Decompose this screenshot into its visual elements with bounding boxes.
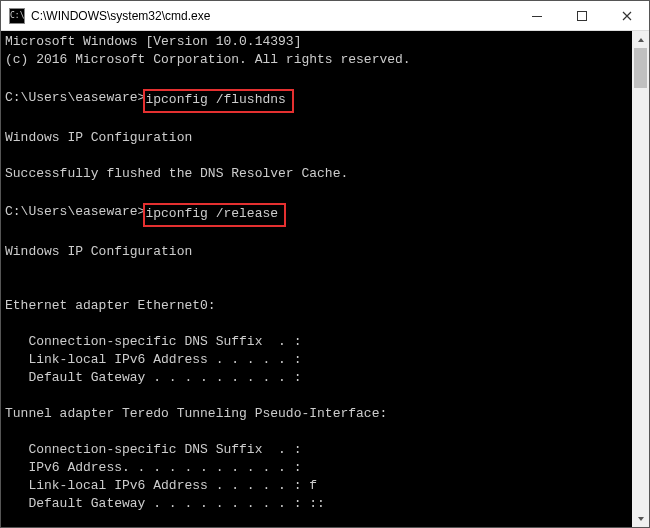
blank-line — [5, 261, 628, 279]
app-icon: C:\ — [9, 8, 25, 24]
tunnel-adapter-header: Tunnel adapter Teredo Tunneling Pseudo-I… — [5, 405, 628, 423]
prompt-text: C:\Users\easeware> — [5, 90, 145, 105]
blank-line — [5, 225, 628, 243]
ipv6-addr-line: IPv6 Address. . . . . . . . . . . : — [5, 459, 628, 477]
cmd-1-text: ipconfig /flushdns — [145, 92, 285, 107]
cmd-window: C:\ C:\WINDOWS\system32\cmd.exe Microsof… — [0, 0, 650, 528]
default-gw2-line: Default Gateway . . . . . . . . . : :: — [5, 495, 628, 513]
window-controls — [514, 1, 649, 30]
blank-line — [5, 279, 628, 297]
vertical-scrollbar[interactable] — [632, 31, 649, 527]
window-title: C:\WINDOWS\system32\cmd.exe — [31, 9, 514, 23]
close-button[interactable] — [604, 1, 649, 30]
content-area: Microsoft Windows [Version 10.0.14393](c… — [1, 31, 649, 527]
flush-success: Successfully flushed the DNS Resolver Ca… — [5, 165, 628, 183]
maximize-button[interactable] — [559, 1, 604, 30]
cmd-2-text: ipconfig /release — [145, 206, 278, 221]
prompt-text: C:\Users\easeware> — [5, 204, 145, 219]
blank-line — [5, 387, 628, 405]
blank-line — [5, 423, 628, 441]
prompt-line-1: C:\Users\easeware>ipconfig /flushdns — [5, 87, 628, 111]
scrollbar-track[interactable] — [632, 48, 649, 510]
svg-rect-1 — [577, 11, 586, 20]
dns-suffix-line: Connection-specific DNS Suffix . : — [5, 333, 628, 351]
blank-line — [5, 69, 628, 87]
scroll-down-button[interactable] — [632, 510, 649, 527]
scroll-up-button[interactable] — [632, 31, 649, 48]
dns-suffix-line: Connection-specific DNS Suffix . : — [5, 441, 628, 459]
highlight-cmd-2: ipconfig /release — [143, 203, 286, 227]
default-gw-line: Default Gateway . . . . . . . . . : — [5, 369, 628, 387]
link-local-line: Link-local IPv6 Address . . . . . : — [5, 351, 628, 369]
blank-line — [5, 147, 628, 165]
blank-line — [5, 183, 628, 201]
titlebar[interactable]: C:\ C:\WINDOWS\system32\cmd.exe — [1, 1, 649, 31]
terminal-output[interactable]: Microsoft Windows [Version 10.0.14393](c… — [1, 31, 632, 527]
blank-line — [5, 111, 628, 129]
scrollbar-thumb[interactable] — [634, 48, 647, 88]
ipconfig-header: Windows IP Configuration — [5, 129, 628, 147]
blank-line — [5, 513, 628, 527]
minimize-button[interactable] — [514, 1, 559, 30]
eth-adapter-header: Ethernet adapter Ethernet0: — [5, 297, 628, 315]
svg-rect-0 — [532, 16, 542, 17]
blank-line — [5, 315, 628, 333]
copyright-line: (c) 2016 Microsoft Corporation. All righ… — [5, 51, 628, 69]
link-local-f-line: Link-local IPv6 Address . . . . . : f — [5, 477, 628, 495]
version-line: Microsoft Windows [Version 10.0.14393] — [5, 33, 628, 51]
highlight-cmd-1: ipconfig /flushdns — [143, 89, 293, 113]
prompt-line-2: C:\Users\easeware>ipconfig /release — [5, 201, 628, 225]
ipconfig-header: Windows IP Configuration — [5, 243, 628, 261]
